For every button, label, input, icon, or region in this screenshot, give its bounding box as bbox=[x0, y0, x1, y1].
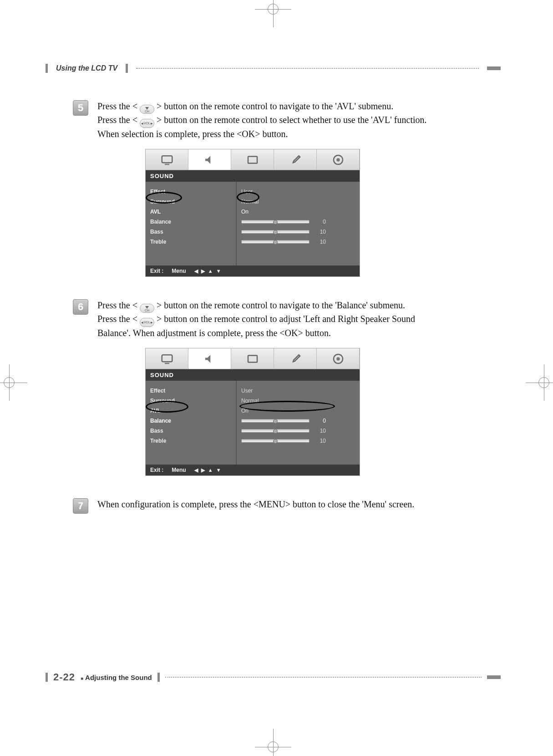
svg-rect-0 bbox=[162, 156, 172, 163]
step-6-line3: Balance'. When adjustment is complete, p… bbox=[97, 328, 331, 338]
osd-title: SOUND bbox=[146, 170, 360, 182]
crop-mark-top bbox=[255, 0, 291, 27]
osd-slider-balance bbox=[241, 419, 309, 423]
step-6: 6 Press the < CH > button on the remote … bbox=[73, 299, 501, 339]
step-5-line1b: > button on the remote control to naviga… bbox=[157, 101, 393, 111]
crop-mark-right bbox=[526, 364, 553, 401]
osd-footer-arrows-icon: ◀ ▶ ▲ ▼ bbox=[194, 268, 222, 274]
osd-item-bass: Bass bbox=[150, 229, 231, 235]
osd-tab-channel-icon bbox=[231, 149, 274, 170]
step-6-line2a: Press the < bbox=[97, 314, 137, 324]
osd-tab-sound-icon bbox=[188, 348, 231, 369]
osd-item-treble: Treble bbox=[150, 438, 231, 444]
svg-rect-6 bbox=[165, 363, 169, 364]
osd-tab-bar bbox=[146, 149, 360, 170]
osd-num-balance: 0 bbox=[314, 219, 326, 225]
svg-point-4 bbox=[336, 158, 340, 162]
svg-rect-5 bbox=[162, 355, 172, 362]
osd-item-avl: AVL bbox=[150, 408, 231, 414]
osd-footer-exit: Exit : bbox=[150, 467, 163, 473]
osd-title: SOUND bbox=[146, 369, 360, 381]
osd-item-balance: Balance bbox=[150, 219, 231, 225]
step-5-line2b: > button on the remote control to select… bbox=[157, 115, 427, 125]
osd-value-surround: Normal bbox=[241, 199, 291, 205]
osd-value-effect: User bbox=[241, 189, 291, 195]
osd-tab-sound-icon bbox=[188, 149, 231, 170]
osd-item-balance-selected: Balance bbox=[150, 418, 231, 424]
vol-left-right-icon: VOL bbox=[140, 318, 154, 327]
step-5: 5 Press the < CH > button on the remote … bbox=[73, 100, 501, 140]
crop-mark-left bbox=[0, 364, 27, 401]
osd-item-effect: Effect bbox=[150, 388, 231, 394]
footer-end-box bbox=[487, 675, 501, 679]
page-header: Using the LCD TV bbox=[46, 64, 501, 73]
osd-num-treble: 10 bbox=[314, 239, 326, 245]
osd-item-surround: Surround bbox=[150, 199, 231, 205]
osd-num-bass: 10 bbox=[314, 229, 326, 235]
osd-slider-bass bbox=[241, 429, 309, 433]
osd-num-treble: 10 bbox=[314, 438, 326, 444]
page-footer: 2-22 ■Adjusting the Sound bbox=[46, 671, 501, 683]
svg-rect-1 bbox=[165, 163, 169, 165]
osd-tab-channel-icon bbox=[231, 348, 274, 369]
step-6-number: 6 bbox=[73, 299, 88, 315]
step-6-line1a: Press the < bbox=[97, 300, 137, 310]
osd-value-avl: On bbox=[241, 209, 291, 215]
osd-tab-antenna-icon bbox=[317, 149, 360, 170]
osd-value-effect: User bbox=[241, 388, 291, 394]
osd-footer-exit: Exit : bbox=[150, 268, 163, 274]
header-bar-left bbox=[46, 64, 48, 73]
osd-footer-menu: Menu bbox=[172, 268, 186, 274]
svg-rect-2 bbox=[248, 156, 257, 163]
footer-bar-left bbox=[46, 673, 48, 682]
step-5-line3: When selection is complete, press the <O… bbox=[97, 129, 288, 139]
osd-item-bass: Bass bbox=[150, 428, 231, 434]
osd-item-effect: Effect bbox=[150, 189, 231, 195]
osd-footer-menu: Menu bbox=[172, 467, 186, 473]
step-5-line1a: Press the < bbox=[97, 101, 137, 111]
osd-tab-picture-icon bbox=[146, 348, 188, 369]
osd-num-bass: 10 bbox=[314, 428, 326, 434]
step-7: 7 When configuration is complete, press … bbox=[73, 498, 501, 514]
osd-footer-arrows-icon: ◀ ▶ ▲ ▼ bbox=[194, 467, 222, 473]
header-end-box bbox=[487, 66, 501, 70]
header-section-label: Using the LCD TV bbox=[56, 64, 117, 72]
osd-value-avl: On bbox=[241, 408, 291, 414]
ch-down-icon: CH bbox=[140, 304, 154, 313]
ch-down-icon: CH bbox=[140, 105, 154, 114]
step-5-line2a: Press the < bbox=[97, 115, 137, 125]
osd-screenshot-avl: SOUND Effect Surround AVL Balance Bass T… bbox=[146, 149, 360, 276]
step-7-number: 7 bbox=[73, 498, 88, 514]
step-6-line1b: > button on the remote control to naviga… bbox=[157, 300, 405, 310]
svg-point-9 bbox=[336, 357, 340, 361]
footer-page-number: 2-22 bbox=[53, 671, 75, 683]
osd-slider-bass bbox=[241, 230, 309, 234]
footer-dotted-rule bbox=[165, 677, 482, 678]
step-5-number: 5 bbox=[73, 100, 88, 116]
header-dotted-rule bbox=[136, 68, 479, 69]
crop-mark-bottom bbox=[255, 729, 291, 756]
osd-tab-picture-icon bbox=[146, 149, 188, 170]
osd-tab-setup-icon bbox=[274, 149, 317, 170]
osd-item-surround: Surround bbox=[150, 398, 231, 404]
header-bar-right bbox=[126, 64, 128, 73]
osd-slider-treble bbox=[241, 240, 309, 244]
svg-rect-7 bbox=[248, 355, 257, 362]
osd-tab-antenna-icon bbox=[317, 348, 360, 369]
osd-num-balance: 0 bbox=[314, 418, 326, 424]
osd-slider-treble bbox=[241, 439, 309, 443]
osd-item-avl-selected: AVL bbox=[150, 209, 231, 215]
osd-slider-balance bbox=[241, 220, 309, 224]
osd-item-treble: Treble bbox=[150, 239, 231, 245]
footer-bar-right bbox=[157, 673, 160, 682]
osd-tab-setup-icon bbox=[274, 348, 317, 369]
step-6-line2b: > button on the remote control to adjust… bbox=[157, 314, 415, 324]
osd-value-surround: Normal bbox=[241, 398, 291, 404]
footer-section-label: Adjusting the Sound bbox=[85, 674, 152, 681]
step-7-text: When configuration is complete, press th… bbox=[97, 499, 414, 509]
vol-left-right-icon: VOL bbox=[140, 119, 154, 128]
osd-screenshot-balance: SOUND Effect Surround AVL Balance Bass T… bbox=[146, 348, 360, 475]
osd-tab-bar bbox=[146, 348, 360, 369]
